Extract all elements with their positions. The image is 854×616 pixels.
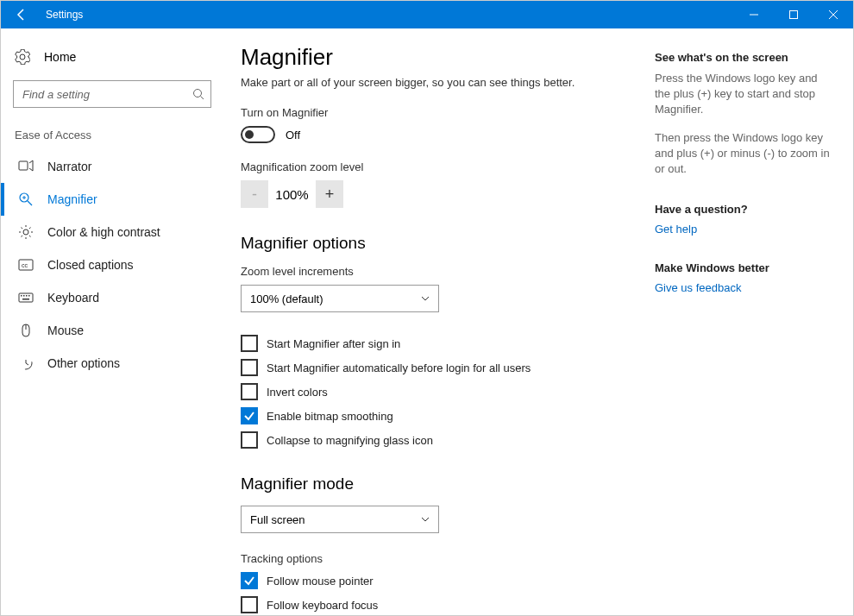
main-content: Magnifier Make part or all of your scree… xyxy=(223,28,853,616)
narrator-icon xyxy=(18,159,34,174)
sidebar-item-color[interactable]: Color & high contrast xyxy=(1,216,223,248)
magnifier-toggle[interactable] xyxy=(241,126,275,143)
svg-rect-6 xyxy=(19,161,28,170)
checkmark-icon xyxy=(243,575,255,587)
see-p1: Press the Windows logo key and the plus … xyxy=(655,71,836,118)
zoom-increments-label: Zoom level increments xyxy=(241,265,637,278)
get-help-link[interactable]: Get help xyxy=(655,223,836,236)
checkbox-label: Start Magnifier after sign in xyxy=(267,337,400,350)
search-box[interactable] xyxy=(13,80,211,108)
svg-rect-24 xyxy=(23,295,25,297)
brightness-icon xyxy=(18,224,34,240)
sidebar: Home Ease of Access Narrator Magnifier C… xyxy=(1,28,223,616)
sidebar-item-other[interactable]: Other options xyxy=(1,347,223,380)
svg-line-16 xyxy=(22,228,23,229)
mode-dropdown[interactable]: Full screen xyxy=(241,506,439,533)
svg-rect-22 xyxy=(19,293,33,302)
svg-point-11 xyxy=(23,229,28,235)
close-icon xyxy=(829,10,838,19)
feedback-header: Make Windows better xyxy=(655,261,836,274)
checkbox-row: Enable bitmap smoothing xyxy=(241,407,637,424)
options-header: Magnifier options xyxy=(241,234,637,253)
aside: See what's on the screen Press the Windo… xyxy=(655,44,836,616)
mode-header: Magnifier mode xyxy=(241,475,637,493)
window-title: Settings xyxy=(42,9,734,21)
arrow-left-icon xyxy=(15,8,28,22)
feedback-link[interactable]: Give us feedback xyxy=(655,281,836,294)
zoom-minus-button[interactable]: - xyxy=(241,180,268,208)
page-subtitle: Make part or all of your screen bigger, … xyxy=(241,76,637,89)
svg-rect-26 xyxy=(28,295,30,297)
checkbox[interactable] xyxy=(241,431,258,449)
mouse-icon xyxy=(18,323,34,338)
zoom-label: Magnification zoom level xyxy=(241,160,637,173)
svg-rect-25 xyxy=(26,295,28,297)
checkbox[interactable] xyxy=(241,407,258,424)
svg-rect-23 xyxy=(21,295,22,297)
checkbox[interactable] xyxy=(241,572,258,589)
checkmark-icon xyxy=(243,410,255,422)
section-header: Ease of Access xyxy=(1,120,223,150)
captions-icon: cc xyxy=(18,257,34,273)
zoom-plus-button[interactable]: + xyxy=(316,180,343,208)
sidebar-item-label: Keyboard xyxy=(47,291,99,305)
sidebar-item-captions[interactable]: cc Closed captions xyxy=(1,248,223,281)
sidebar-item-magnifier[interactable]: Magnifier xyxy=(1,183,223,216)
checkbox-row: Start Magnifier automatically before log… xyxy=(241,359,637,376)
chevron-down-icon xyxy=(421,294,430,303)
checkbox[interactable] xyxy=(241,359,258,376)
svg-line-19 xyxy=(22,236,23,237)
keyboard-icon xyxy=(18,290,34,305)
gear-icon xyxy=(15,49,30,65)
sidebar-item-label: Color & high contrast xyxy=(47,225,160,239)
svg-line-17 xyxy=(29,236,31,237)
see-header: See what's on the screen xyxy=(655,51,836,64)
checkbox-label: Start Magnifier automatically before log… xyxy=(267,361,531,374)
checkbox-label: Collapse to magnifying glass icon xyxy=(267,434,433,447)
sidebar-item-label: Mouse xyxy=(47,324,84,337)
checkbox-row: Start Magnifier after sign in xyxy=(241,335,637,352)
checkbox-label: Enable bitmap smoothing xyxy=(267,410,393,423)
svg-line-5 xyxy=(201,97,204,100)
toggle-state: Off xyxy=(286,129,300,141)
sidebar-item-keyboard[interactable]: Keyboard xyxy=(1,281,223,314)
checkbox-row: Follow mouse pointer xyxy=(241,572,637,589)
dropdown-value: 100% (default) xyxy=(250,292,323,305)
svg-line-18 xyxy=(29,228,31,229)
turn-on-label: Turn on Magnifier xyxy=(241,106,637,119)
checkbox[interactable] xyxy=(241,383,258,400)
zoom-increments-dropdown[interactable]: 100% (default) xyxy=(241,285,439,312)
minimize-button[interactable] xyxy=(734,1,774,28)
tracking-header: Tracking options xyxy=(241,552,637,565)
magnifier-icon xyxy=(18,192,34,207)
svg-text:cc: cc xyxy=(22,262,28,268)
sidebar-item-label: Narrator xyxy=(47,160,91,173)
checkbox[interactable] xyxy=(241,335,258,352)
maximize-icon xyxy=(789,10,798,19)
zoom-value: 100% xyxy=(268,187,316,202)
page-title: Magnifier xyxy=(241,44,637,71)
question-header: Have a question? xyxy=(655,203,836,216)
home-label: Home xyxy=(44,50,76,64)
checkbox-label: Follow keyboard focus xyxy=(267,599,378,612)
sidebar-item-mouse[interactable]: Mouse xyxy=(1,314,223,347)
checkbox-label: Follow mouse pointer xyxy=(267,575,374,588)
chevron-down-icon xyxy=(421,515,430,524)
home-button[interactable]: Home xyxy=(1,41,223,73)
checkbox-row: Follow keyboard focus xyxy=(241,596,637,613)
search-icon xyxy=(192,88,204,100)
minimize-icon xyxy=(750,10,758,19)
sidebar-item-label: Other options xyxy=(47,356,120,370)
checkbox[interactable] xyxy=(241,596,258,613)
window-controls xyxy=(734,1,853,28)
search-input[interactable] xyxy=(13,80,211,108)
maximize-button[interactable] xyxy=(774,1,813,28)
dropdown-value: Full screen xyxy=(250,513,305,526)
sidebar-item-narrator[interactable]: Narrator xyxy=(1,150,223,183)
see-p2: Then press the Windows logo key and plus… xyxy=(655,130,836,178)
svg-point-4 xyxy=(194,90,202,97)
sidebar-item-label: Magnifier xyxy=(47,192,97,206)
titlebar: Settings xyxy=(1,1,853,28)
back-button[interactable] xyxy=(1,1,42,28)
close-button[interactable] xyxy=(813,1,853,28)
